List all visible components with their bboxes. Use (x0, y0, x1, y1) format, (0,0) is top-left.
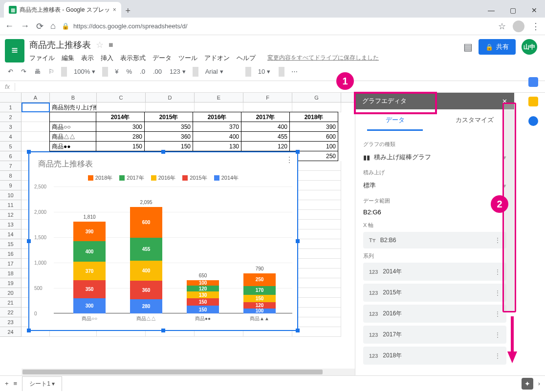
cell[interactable]: 130 (193, 141, 241, 151)
cell[interactable] (22, 112, 50, 122)
cell[interactable]: 455 (241, 131, 290, 142)
cell[interactable] (292, 210, 341, 220)
row-header[interactable]: 18 (0, 268, 22, 278)
row-header[interactable]: 17 (0, 259, 22, 268)
chart-menu-icon[interactable]: ⋮ (285, 155, 293, 165)
cell[interactable] (292, 249, 341, 259)
browser-avatar[interactable] (513, 21, 524, 32)
undo-button[interactable]: ↶ (5, 66, 16, 77)
cell[interactable]: 2018年 (289, 112, 338, 122)
resize-handle[interactable] (161, 150, 165, 154)
browser-menu-icon[interactable]: ⋮ (531, 21, 540, 32)
cell[interactable] (292, 298, 341, 308)
dec-increase-button[interactable]: .00 (150, 66, 165, 77)
cell[interactable]: 2016年 (193, 112, 241, 122)
calendar-icon[interactable] (528, 77, 538, 87)
share-button[interactable]: 🔒 共有 (479, 39, 516, 55)
star-doc-icon[interactable]: ☆ (96, 40, 104, 50)
back-button[interactable]: ← (5, 21, 14, 32)
cell[interactable]: 2017年 (241, 112, 290, 122)
save-status[interactable]: 変更内容をすべてドライブに保存しました (267, 54, 379, 62)
cell[interactable] (292, 190, 341, 200)
percent-button[interactable]: % (123, 66, 135, 77)
cell[interactable]: 商品別売り上げ推移表 (50, 103, 97, 112)
select-all-corner[interactable] (0, 93, 22, 102)
user-avatar[interactable]: 山中 (522, 39, 537, 55)
more-icon[interactable]: ⋮ (495, 331, 501, 338)
cell[interactable] (97, 103, 146, 112)
more-icon[interactable]: ⋮ (495, 289, 501, 296)
col-header[interactable]: E (195, 93, 243, 102)
more-toolbar-icon[interactable]: ⋯ (288, 66, 301, 77)
row-header[interactable]: 20 (0, 288, 22, 298)
cell[interactable] (292, 317, 341, 327)
series-chip[interactable]: 1232017年⋮ (363, 326, 506, 344)
star-icon[interactable]: ☆ (498, 21, 506, 32)
resize-handle[interactable] (27, 239, 31, 243)
resize-handle[interactable] (296, 239, 300, 243)
cell[interactable] (22, 103, 50, 112)
spreadsheet-grid[interactable]: A B C D E F G 12345678910111213141516171… (0, 93, 355, 375)
row-header[interactable]: 8 (0, 171, 22, 181)
cell[interactable] (292, 268, 341, 278)
chart-embed[interactable]: ⋮ 商品売上推移表 2018年2017年2016年2015年2014年 0500… (28, 151, 298, 331)
row-header[interactable]: 1 (0, 103, 22, 112)
sheet-tab[interactable]: シート1 ▾ (22, 376, 62, 391)
currency-button[interactable]: ¥ (112, 66, 121, 77)
close-window-button[interactable]: ✕ (523, 3, 545, 18)
row-header[interactable]: 15 (0, 239, 22, 249)
more-icon[interactable]: ⋮ (495, 237, 501, 244)
data-range-input[interactable]: B2:G6 (363, 206, 506, 218)
browser-tab[interactable]: ▦ 商品売上推移表 - Google スプレッ × (4, 2, 121, 18)
series-chip[interactable]: 1232016年⋮ (363, 305, 506, 323)
xaxis-chip[interactable]: Tᴛ B2:B6 ⋮ (363, 232, 506, 248)
all-sheets-button[interactable]: ≡ (14, 380, 18, 387)
menu-file[interactable]: ファイル (29, 54, 55, 62)
fontsize-select[interactable]: 10▾ (255, 66, 275, 77)
cell[interactable]: 300 (96, 122, 145, 132)
zoom-select[interactable]: 100%▾ (71, 66, 98, 77)
menu-format[interactable]: 表示形式 (120, 54, 146, 62)
more-icon[interactable]: ⋮ (495, 352, 501, 359)
col-header[interactable]: C (97, 93, 146, 102)
menu-edit[interactable]: 編集 (62, 54, 74, 62)
side-panel-toggle[interactable]: › (538, 380, 540, 387)
col-header[interactable]: D (146, 93, 195, 102)
row-header[interactable]: 23 (0, 317, 22, 327)
redo-button[interactable]: ↷ (18, 66, 29, 77)
row-header[interactable]: 4 (0, 132, 22, 142)
cell[interactable] (49, 112, 96, 122)
cell[interactable] (292, 308, 341, 317)
cell[interactable] (292, 278, 341, 288)
cell[interactable] (243, 103, 292, 112)
row-header[interactable]: 5 (0, 142, 22, 151)
maximize-button[interactable]: ▢ (502, 3, 523, 18)
cell[interactable] (292, 171, 341, 181)
row-header[interactable]: 6 (0, 151, 22, 161)
dec-decrease-button[interactable]: .0 (137, 66, 148, 77)
cell[interactable]: 600 (289, 131, 338, 142)
row-header[interactable]: 14 (0, 229, 22, 239)
resize-handle[interactable] (27, 150, 31, 154)
series-chip[interactable]: 1232018年⋮ (363, 347, 506, 365)
stacking-select[interactable]: 標準 ▾ (363, 178, 506, 193)
row-header[interactable]: 22 (0, 308, 22, 317)
row-header[interactable]: 11 (0, 200, 22, 210)
cell[interactable]: 400 (241, 122, 290, 132)
cell[interactable] (146, 103, 195, 112)
cell[interactable]: 280 (96, 131, 145, 142)
more-icon[interactable]: ⋮ (495, 310, 501, 317)
resize-handle[interactable] (161, 329, 165, 332)
cell[interactable] (292, 181, 341, 190)
cell[interactable]: 2014年 (96, 112, 145, 122)
cell[interactable]: 商品△△ (49, 131, 96, 142)
numfmt-select[interactable]: 123▾ (167, 66, 189, 77)
cell[interactable]: 400 (193, 131, 241, 142)
comments-icon[interactable]: ▤ (463, 41, 473, 53)
cell[interactable] (292, 259, 341, 268)
cell[interactable] (292, 103, 341, 112)
row-header[interactable]: 12 (0, 210, 22, 220)
cell[interactable]: 120 (241, 141, 290, 151)
menu-help[interactable]: ヘルプ (237, 54, 256, 62)
formula-bar[interactable]: fx (0, 81, 545, 93)
